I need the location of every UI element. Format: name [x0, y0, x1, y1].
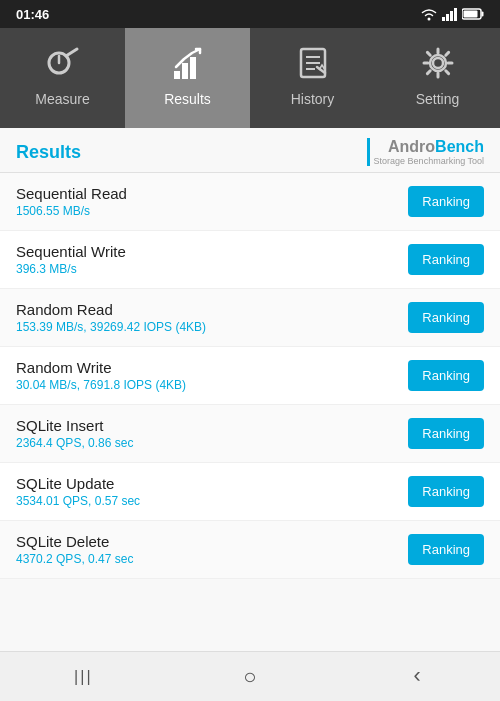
ranking-button[interactable]: Ranking — [408, 476, 484, 507]
bottom-nav: ||| ○ › — [0, 651, 500, 701]
results-icon — [166, 41, 210, 85]
bench-name: Random Read — [16, 301, 206, 318]
bench-name: Random Write — [16, 359, 186, 376]
ranking-button[interactable]: Ranking — [408, 186, 484, 217]
table-row: Random Write 30.04 MB/s, 7691.8 IOPS (4K… — [0, 347, 500, 405]
bench-info: Sequential Write 396.3 MB/s — [16, 243, 126, 276]
logo-bench: Bench — [435, 138, 484, 155]
tab-history[interactable]: History — [250, 28, 375, 128]
svg-rect-13 — [190, 57, 196, 79]
svg-line-9 — [66, 49, 77, 56]
measure-icon — [41, 41, 85, 85]
svg-rect-2 — [446, 14, 449, 21]
results-header: Results AndroBench Storage Benchmarking … — [0, 128, 500, 173]
svg-rect-11 — [174, 71, 180, 79]
svg-rect-1 — [442, 17, 445, 21]
table-row: Sequential Read 1506.55 MB/s Ranking — [0, 173, 500, 231]
wifi-icon — [420, 7, 438, 21]
svg-rect-3 — [450, 11, 453, 21]
ranking-button[interactable]: Ranking — [408, 418, 484, 449]
back-button[interactable]: › — [392, 659, 442, 695]
ranking-button[interactable]: Ranking — [408, 244, 484, 275]
bench-info: SQLite Delete 4370.2 QPS, 0.47 sec — [16, 533, 133, 566]
bench-value: 30.04 MB/s, 7691.8 IOPS (4KB) — [16, 378, 186, 392]
tab-history-label: History — [291, 91, 335, 107]
status-icons — [420, 7, 484, 21]
svg-rect-4 — [454, 8, 457, 21]
setting-icon — [416, 41, 460, 85]
tab-setting[interactable]: Setting — [375, 28, 500, 128]
bench-info: Random Write 30.04 MB/s, 7691.8 IOPS (4K… — [16, 359, 186, 392]
bench-info: Sequential Read 1506.55 MB/s — [16, 185, 127, 218]
androbench-logo: AndroBench Storage Benchmarking Tool — [367, 138, 484, 166]
tab-setting-label: Setting — [416, 91, 460, 107]
tab-results-label: Results — [164, 91, 211, 107]
svg-rect-7 — [464, 11, 478, 18]
ranking-button[interactable]: Ranking — [408, 534, 484, 565]
time-display: 01:46 — [16, 7, 49, 22]
table-row: Sequential Write 396.3 MB/s Ranking — [0, 231, 500, 289]
bench-value: 3534.01 QPS, 0.57 sec — [16, 494, 140, 508]
recent-apps-button[interactable]: ||| — [58, 659, 108, 695]
home-button[interactable]: ○ — [225, 659, 275, 695]
svg-rect-12 — [182, 63, 188, 79]
content-area: Results AndroBench Storage Benchmarking … — [0, 128, 500, 651]
bench-value: 1506.55 MB/s — [16, 204, 127, 218]
svg-point-18 — [433, 58, 443, 68]
bench-name: Sequential Write — [16, 243, 126, 260]
bench-info: Random Read 153.39 MB/s, 39269.42 IOPS (… — [16, 301, 206, 334]
benchmark-list: Sequential Read 1506.55 MB/s Ranking Seq… — [0, 173, 500, 579]
ranking-button[interactable]: Ranking — [408, 302, 484, 333]
svg-rect-6 — [482, 12, 484, 17]
bench-value: 4370.2 QPS, 0.47 sec — [16, 552, 133, 566]
bench-name: SQLite Insert — [16, 417, 133, 434]
signal-icon — [442, 7, 458, 21]
bench-name: SQLite Delete — [16, 533, 133, 550]
bench-value: 153.39 MB/s, 39269.42 IOPS (4KB) — [16, 320, 206, 334]
bench-value: 396.3 MB/s — [16, 262, 126, 276]
ranking-button[interactable]: Ranking — [408, 360, 484, 391]
logo-andro: Andro — [388, 138, 435, 155]
logo-name: AndroBench — [374, 138, 484, 156]
history-icon — [291, 41, 335, 85]
table-row: SQLite Delete 4370.2 QPS, 0.47 sec Ranki… — [0, 521, 500, 579]
bench-value: 2364.4 QPS, 0.86 sec — [16, 436, 133, 450]
bench-name: Sequential Read — [16, 185, 127, 202]
tab-measure[interactable]: Measure — [0, 28, 125, 128]
logo-bar — [367, 138, 370, 166]
bench-info: SQLite Update 3534.01 QPS, 0.57 sec — [16, 475, 140, 508]
bench-name: SQLite Update — [16, 475, 140, 492]
svg-point-0 — [428, 18, 431, 21]
tab-measure-label: Measure — [35, 91, 89, 107]
logo-subtitle: Storage Benchmarking Tool — [374, 156, 484, 166]
tab-results[interactable]: Results — [125, 28, 250, 128]
table-row: Random Read 153.39 MB/s, 39269.42 IOPS (… — [0, 289, 500, 347]
status-bar: 01:46 — [0, 0, 500, 28]
table-row: SQLite Insert 2364.4 QPS, 0.86 sec Ranki… — [0, 405, 500, 463]
table-row: SQLite Update 3534.01 QPS, 0.57 sec Rank… — [0, 463, 500, 521]
bench-info: SQLite Insert 2364.4 QPS, 0.86 sec — [16, 417, 133, 450]
tab-bar: Measure Results History — [0, 28, 500, 128]
battery-icon — [462, 8, 484, 20]
results-title: Results — [16, 142, 81, 163]
